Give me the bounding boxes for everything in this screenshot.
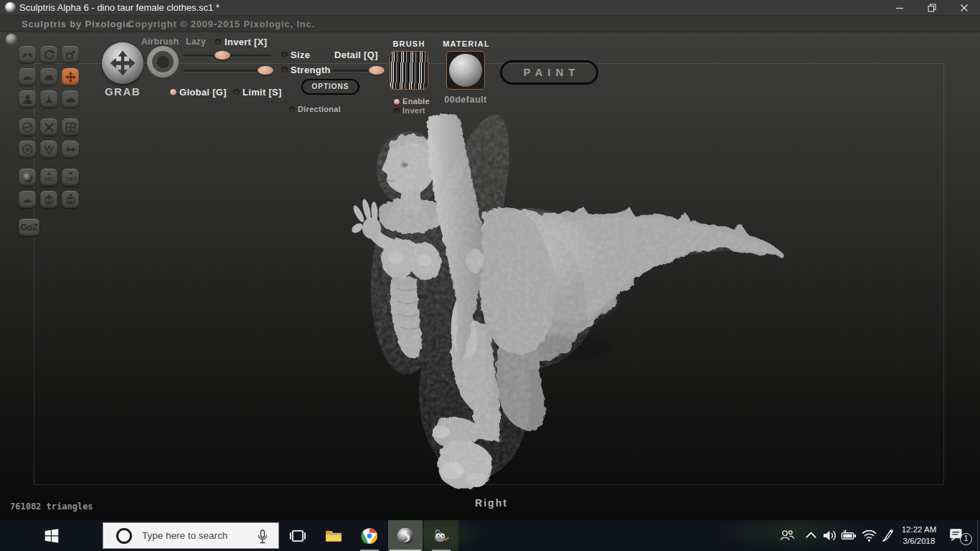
taskbar-app-chrome[interactable]: [352, 520, 387, 551]
taskbar-app-gimp[interactable]: [424, 520, 458, 551]
inflate-tool[interactable]: [19, 90, 36, 108]
limit-radio[interactable]: [233, 89, 240, 95]
draw-tool[interactable]: [19, 68, 36, 85]
pen-icon: [880, 527, 896, 544]
material-thumbnail[interactable]: [446, 51, 485, 90]
import-obj-tool[interactable]: OBJ: [40, 169, 57, 186]
copyright-text: Copyright © 2009-2015 Pixologic, Inc.: [128, 19, 315, 29]
brush-thumbnail[interactable]: [390, 51, 428, 90]
options-button[interactable]: OPTIONS: [301, 79, 359, 95]
crease-tool[interactable]: [19, 46, 36, 63]
window-title: Sculptris Alpha 6 - dino taur female clo…: [19, 2, 220, 13]
minimize-icon: [895, 4, 904, 12]
taskbar-app-file-explorer[interactable]: [316, 520, 351, 551]
material-sphere: [449, 54, 482, 87]
start-button[interactable]: [34, 520, 69, 551]
close-button[interactable]: [948, 0, 980, 16]
mask-icon: M: [22, 143, 34, 156]
sculptris-brand-icon: [6, 34, 17, 45]
tray-wifi-icon[interactable]: [861, 527, 878, 544]
open-file-icon: [43, 194, 55, 206]
active-tool-sphere[interactable]: [102, 42, 143, 84]
limit-label[interactable]: Limit [S]: [242, 87, 282, 98]
reduce-brush-tool[interactable]: [19, 118, 36, 136]
active-tool-label: GRAB: [99, 85, 146, 98]
paint-button[interactable]: PAINT: [500, 60, 598, 85]
close-icon: [960, 4, 969, 12]
wireframe-icon: [43, 143, 55, 156]
pinch-icon: [43, 93, 55, 105]
rotate-tool[interactable]: [40, 46, 57, 63]
export-obj-tool[interactable]: OBJ: [62, 169, 79, 186]
smooth-icon: [65, 93, 77, 105]
size-slider-knob[interactable]: [215, 51, 230, 60]
brush-section-label: BRUSH: [390, 39, 428, 48]
material-name[interactable]: 00default: [436, 95, 495, 105]
mask-tool[interactable]: M: [19, 141, 36, 158]
taskbar-app-task-view[interactable]: [281, 520, 315, 551]
tray-battery-icon[interactable]: [841, 527, 858, 544]
strength-label[interactable]: Strength: [291, 65, 331, 75]
size-radio[interactable]: [281, 52, 288, 58]
directional-label[interactable]: Directional: [298, 105, 341, 113]
brush-preview[interactable]: [147, 46, 179, 77]
size-label[interactable]: Size: [291, 50, 310, 60]
new-sphere-tool[interactable]: [19, 169, 36, 186]
detail-slider-knob[interactable]: [369, 66, 385, 75]
invert-x-radio[interactable]: [215, 39, 221, 45]
symmetry-tool[interactable]: [62, 141, 79, 158]
screen: GoZ MOBJOBJ GRAB Airbrush Lazy Invert [X…: [0, 0, 980, 551]
subdivide-all-tool[interactable]: [62, 118, 79, 136]
scale-icon: [65, 49, 77, 61]
svg-text:OBJ: OBJ: [65, 176, 75, 182]
smooth-tool[interactable]: [62, 90, 79, 108]
brush-preview-core: [157, 56, 169, 68]
save-file-tool[interactable]: [62, 191, 79, 208]
flatten-icon: [43, 71, 55, 83]
windows-logo-icon: [43, 527, 60, 545]
goz-button[interactable]: GoZ: [19, 219, 39, 236]
taskbar-clock[interactable]: 12:22 AM 3/6/2018: [895, 524, 943, 547]
show-desktop-button[interactable]: [977, 520, 978, 551]
strength-slider-knob[interactable]: [258, 66, 273, 75]
tray-pen-icon[interactable]: [880, 527, 897, 544]
new-plane-tool[interactable]: [19, 191, 36, 208]
view-orientation-label: Right: [448, 497, 534, 509]
draw-icon: [22, 71, 34, 83]
folder-icon: [324, 527, 343, 545]
wireframe-tool[interactable]: [40, 141, 57, 158]
taskbar-app-sculptris[interactable]: [388, 520, 423, 551]
detail-label[interactable]: Detail [Q]: [334, 50, 378, 60]
scale-tool[interactable]: [62, 46, 79, 63]
strength-radio[interactable]: [281, 67, 288, 73]
reduce-selected-tool[interactable]: [40, 118, 57, 136]
brush-enable-radio[interactable]: [394, 99, 400, 105]
save-file-icon: [65, 194, 77, 206]
tray-people-icon[interactable]: [779, 527, 796, 544]
lazy-label[interactable]: Lazy: [186, 37, 206, 47]
sculptris-app-icon: [5, 2, 16, 13]
open-file-tool[interactable]: [40, 191, 57, 208]
restore-button[interactable]: [915, 0, 948, 16]
taskbar-search[interactable]: Type here to search: [103, 522, 279, 549]
tray-volume-icon[interactable]: [821, 527, 839, 544]
airbrush-label[interactable]: Airbrush: [141, 37, 179, 47]
directional-radio[interactable]: [289, 107, 295, 113]
invert-x-label[interactable]: Invert [X]: [225, 37, 267, 47]
grab-arrows-icon: [108, 49, 137, 77]
window-titlebar[interactable]: Sculptris Alpha 6 - dino taur female clo…: [0, 0, 980, 16]
tray-chevron-up-icon[interactable]: [803, 527, 820, 544]
flatten-tool[interactable]: [40, 68, 57, 85]
brush-invert-radio[interactable]: [394, 108, 400, 114]
grab-tool[interactable]: [62, 68, 79, 85]
brush-invert-label[interactable]: Invert: [402, 106, 425, 115]
model-canvas[interactable]: [316, 108, 804, 509]
minimize-button[interactable]: [883, 0, 915, 16]
global-radio[interactable]: [170, 89, 176, 95]
microphone-icon[interactable]: [255, 529, 270, 545]
brush-enable-label[interactable]: Enable: [402, 97, 430, 105]
global-label[interactable]: Global [G]: [179, 87, 227, 98]
pinch-tool[interactable]: [40, 90, 57, 108]
notification-badge: 1: [960, 533, 972, 545]
rotate-icon: [43, 49, 55, 61]
